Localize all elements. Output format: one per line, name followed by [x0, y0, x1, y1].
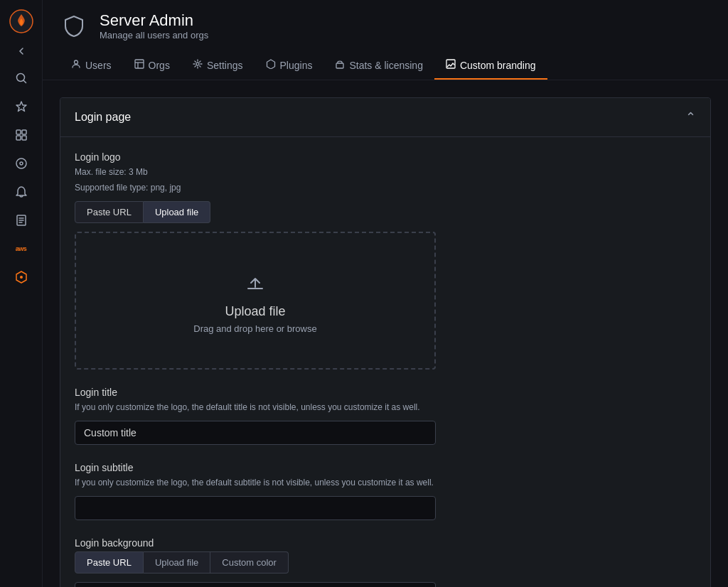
svg-rect-5	[22, 136, 26, 140]
tab-orgs-label: Orgs	[149, 60, 170, 71]
svg-rect-4	[16, 136, 21, 140]
upload-icon	[241, 267, 269, 296]
login-subtitle-field: Login subtitle If you only customize the…	[75, 462, 696, 520]
login-background-input[interactable]	[75, 582, 436, 587]
login-title-input[interactable]	[75, 421, 436, 445]
shield-icon	[60, 12, 88, 41]
login-logo-btn-group: Paste URL Upload file	[75, 201, 696, 223]
app-logo[interactable]	[9, 9, 34, 34]
login-subtitle-input[interactable]	[75, 496, 436, 520]
login-logo-label: Login logo	[75, 151, 696, 163]
plugins-icon	[266, 59, 276, 71]
lock-icon	[335, 59, 345, 71]
page-subtitle: Manage all users and orgs	[100, 30, 208, 41]
page-title: Server Admin	[100, 11, 208, 30]
sidebar-item-plugin[interactable]	[9, 264, 34, 290]
login-background-label: Login background	[75, 537, 696, 549]
tab-branding-label: Custom branding	[460, 60, 536, 71]
tab-plugins[interactable]: Plugins	[255, 52, 324, 80]
login-subtitle-label: Login subtitle	[75, 462, 696, 473]
tab-branding[interactable]: Custom branding	[434, 52, 547, 80]
bg-custom-color-button[interactable]: Custom color	[210, 551, 289, 573]
upload-zone-title: Upload file	[225, 304, 285, 319]
sidebar-collapse-button[interactable]	[9, 43, 34, 60]
user-icon	[71, 59, 81, 71]
branding-icon	[446, 59, 456, 71]
sidebar-item-alerting[interactable]	[9, 179, 34, 205]
settings-icon	[193, 59, 203, 71]
paste-url-button[interactable]: Paste URL	[75, 201, 144, 223]
header-title-block: Server Admin Manage all users and orgs	[100, 11, 208, 41]
svg-rect-2	[16, 130, 21, 134]
svg-point-7	[20, 162, 23, 165]
login-logo-hint-size: Max. file size: 3 Mb	[75, 166, 696, 178]
sidebar-item-logs[interactable]	[9, 208, 34, 233]
svg-point-6	[16, 158, 26, 168]
svg-rect-11	[135, 60, 144, 68]
login-logo-hint-type: Supported file type: png, jpg	[75, 181, 696, 194]
tab-stats-label: Stats & licensing	[349, 60, 423, 71]
page-header: Server Admin Manage all users and orgs U…	[43, 0, 728, 80]
sidebar-item-starred[interactable]	[9, 94, 34, 119]
tab-stats[interactable]: Stats & licensing	[323, 52, 434, 80]
svg-point-10	[75, 60, 78, 64]
tab-orgs[interactable]: Orgs	[123, 52, 181, 80]
tab-users-label: Users	[85, 60, 112, 71]
section-header: Login page ⌃	[60, 98, 710, 137]
upload-file-button[interactable]: Upload file	[144, 201, 210, 223]
upload-drop-zone[interactable]: Upload file Drag and drop here or browse	[75, 232, 436, 370]
sidebar-item-aws[interactable]: aws	[9, 236, 34, 262]
tab-plugins-label: Plugins	[280, 60, 313, 71]
login-background-field: Login background Paste URL Upload file C…	[75, 537, 696, 587]
bg-upload-file-button[interactable]: Upload file	[144, 551, 210, 573]
upload-zone-hint: Drag and drop here or browse	[193, 323, 316, 334]
sidebar-item-dashboards[interactable]	[9, 122, 34, 148]
login-title-field: Login title If you only customize the lo…	[75, 387, 696, 445]
svg-rect-13	[336, 63, 343, 68]
tab-settings[interactable]: Settings	[181, 52, 255, 80]
bg-paste-url-button[interactable]: Paste URL	[75, 551, 144, 573]
org-icon	[134, 59, 144, 71]
login-logo-field: Login logo Max. file size: 3 Mb Supporte…	[75, 151, 696, 370]
login-background-btn-group: Paste URL Upload file Custom color	[75, 551, 696, 573]
section-title: Login page	[75, 111, 131, 124]
section-collapse-button[interactable]: ⌃	[685, 109, 696, 125]
svg-point-9	[20, 276, 23, 279]
sidebar: aws	[0, 0, 43, 587]
login-title-hint: If you only customize the logo, the defa…	[75, 401, 696, 414]
login-title-label: Login title	[75, 387, 696, 398]
sidebar-item-search[interactable]	[9, 65, 34, 91]
login-subtitle-hint: If you only customize the logo, the defa…	[75, 476, 696, 489]
content-area: Login page ⌃ Login logo Max. file size: …	[43, 80, 728, 587]
section-body: Login logo Max. file size: 3 Mb Supporte…	[60, 137, 710, 587]
svg-rect-3	[22, 130, 26, 134]
login-page-section: Login page ⌃ Login logo Max. file size: …	[60, 97, 711, 587]
sidebar-item-explore[interactable]	[9, 151, 34, 176]
tab-users[interactable]: Users	[60, 52, 123, 80]
main-content: Server Admin Manage all users and orgs U…	[43, 0, 728, 587]
tab-settings-label: Settings	[207, 60, 243, 71]
nav-tabs: Users Orgs	[60, 52, 711, 80]
svg-point-12	[196, 63, 199, 65]
